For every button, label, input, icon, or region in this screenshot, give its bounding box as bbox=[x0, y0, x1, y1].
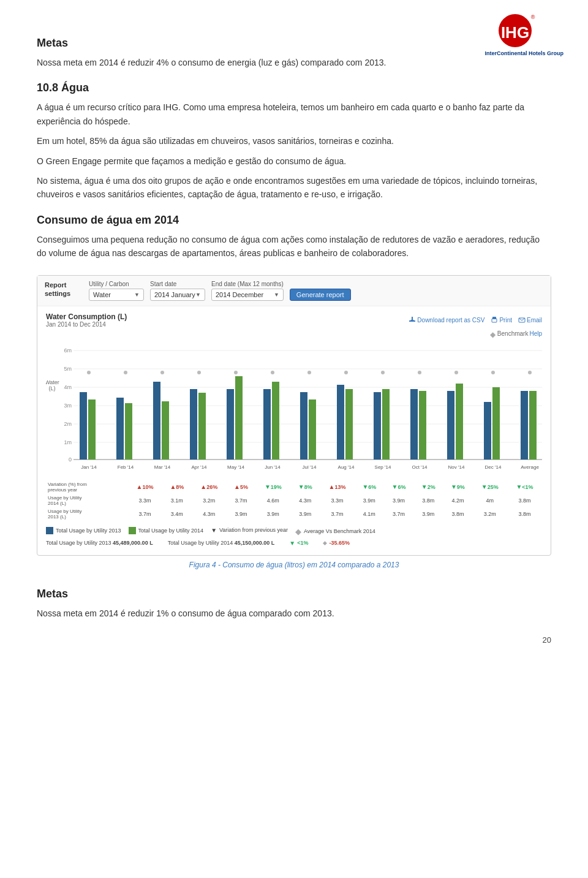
chart-title: Water Consumption (L) bbox=[46, 312, 127, 321]
svg-text:(L): (L) bbox=[49, 385, 56, 392]
benchmark-dot-jan bbox=[87, 371, 91, 374]
svg-text:Jun '14: Jun '14 bbox=[265, 464, 281, 470]
svg-text:®: ® bbox=[531, 14, 535, 20]
var-may: ▼19% bbox=[256, 480, 291, 494]
bar-2013-oct bbox=[410, 389, 418, 460]
metas-top-heading: Metas bbox=[37, 37, 551, 50]
bar-2013-apr bbox=[190, 389, 197, 460]
svg-text:4m: 4m bbox=[64, 384, 72, 390]
agua-intro: A água é um recurso crítico para IHG. Co… bbox=[37, 100, 551, 128]
ihg-logo: IHG ® bbox=[484, 14, 546, 48]
consumo-paragraph: Conseguimos uma pequena redução no consu… bbox=[37, 233, 551, 260]
var-mar: ▲26% bbox=[192, 480, 227, 494]
u13-apr: 3.9m bbox=[226, 507, 255, 521]
u13-jul: 3.7m bbox=[320, 507, 355, 521]
avg-benchmark-result: ◆ -35.65% bbox=[323, 540, 350, 547]
bar-2014-jan bbox=[88, 399, 96, 460]
u14-oct: 3.8m bbox=[413, 494, 443, 507]
svg-text:Jul '14: Jul '14 bbox=[303, 464, 317, 470]
bar-2014-nov bbox=[456, 384, 463, 460]
total-2013: Total Usage by Utility 2013 45,489,000.0… bbox=[46, 540, 153, 547]
bar-2013-aug bbox=[337, 385, 344, 460]
bar-2014-oct bbox=[419, 391, 426, 460]
legend-area: Total Usage by Utility 2013 Total Usage … bbox=[46, 527, 542, 536]
u14-avg: 3.8m bbox=[507, 494, 542, 507]
bar-2014-avg bbox=[529, 391, 537, 460]
end-date-value: 2014 December bbox=[216, 291, 263, 298]
metas-bottom-heading: Metas bbox=[37, 588, 551, 600]
u14-mar: 3.2m bbox=[192, 494, 227, 507]
arrow-down-dec: ▼ bbox=[481, 483, 488, 490]
bar-2014-dec bbox=[492, 387, 500, 460]
bar-chart-svg: Water (L) 6m 5m 4m 3m 2m 1m 0 bbox=[46, 341, 542, 476]
u13-feb: 3.4m bbox=[162, 507, 192, 521]
bar-2014-may bbox=[235, 376, 243, 460]
svg-text:Oct '14: Oct '14 bbox=[412, 464, 428, 470]
bar-2013-jan bbox=[80, 392, 87, 460]
var-oct: ▼2% bbox=[413, 480, 443, 494]
svg-text:Water: Water bbox=[46, 379, 59, 385]
benchmark-dot-aug bbox=[344, 371, 348, 374]
u13-oct: 3.9m bbox=[413, 507, 443, 521]
u14-dec: 4m bbox=[472, 494, 507, 507]
u13-mar: 4.3m bbox=[192, 507, 227, 521]
bar-2013-may bbox=[227, 389, 234, 460]
benchmark-label: Benchmark bbox=[497, 330, 529, 339]
u13-jun: 3.9m bbox=[290, 507, 320, 521]
arrow-up-mar: ▲ bbox=[200, 483, 206, 490]
var-avg: ▼<1% bbox=[507, 480, 542, 494]
bar-2013-sep bbox=[374, 392, 381, 460]
benchmark-dot-apr bbox=[197, 371, 201, 374]
svg-text:Mar '14: Mar '14 bbox=[154, 464, 171, 470]
email-label: Email bbox=[527, 317, 542, 324]
u14-apr: 3.7m bbox=[226, 494, 255, 507]
print-link[interactable]: Print bbox=[491, 316, 512, 324]
var-arrow-icon: ▼ bbox=[289, 540, 295, 547]
section-agua: 10.8 Água A água é um recurso crítico pa… bbox=[37, 81, 551, 201]
benchmark-dot-nov bbox=[454, 371, 458, 374]
svg-text:3m: 3m bbox=[64, 403, 72, 409]
svg-rect-5 bbox=[412, 317, 413, 320]
agua-p2: Em um hotel, 85% da água são utilizadas … bbox=[37, 134, 551, 148]
svg-text:IHG: IHG bbox=[501, 23, 529, 42]
start-date-label: Start date bbox=[150, 281, 205, 287]
u14-aug: 3.9m bbox=[355, 494, 384, 507]
svg-text:Average: Average bbox=[521, 464, 539, 470]
start-date-value: 2014 January bbox=[154, 291, 195, 298]
chart-subtitle: Jan 2014 to Dec 2014 bbox=[46, 321, 127, 328]
section-metas-bottom: Metas Nossa meta em 2014 é reduzir 1% o … bbox=[37, 588, 551, 620]
start-date-control: Start date 2014 January ▼ bbox=[150, 281, 205, 301]
svg-text:May '14: May '14 bbox=[227, 464, 244, 470]
benchmark-dot-mar bbox=[160, 371, 164, 374]
generate-report-button[interactable]: Generate report bbox=[290, 289, 351, 301]
logo-box: IHG ® bbox=[484, 12, 546, 49]
svg-text:Jan '14: Jan '14 bbox=[81, 464, 97, 470]
end-date-select[interactable]: 2014 December ▼ bbox=[211, 289, 284, 301]
section-consumo: Consumo de água em 2014 Conseguimos uma … bbox=[37, 214, 551, 260]
legend-2014-box bbox=[129, 527, 136, 534]
benchmark-dot-sep bbox=[381, 371, 385, 374]
utility-control: Utility / Carbon Water ▼ bbox=[89, 281, 144, 301]
u13-aug: 4.1m bbox=[355, 507, 384, 521]
bar-2013-nov bbox=[447, 391, 454, 460]
bar-2014-jun bbox=[272, 382, 279, 460]
avg-benchmark-label: Average Vs Benchmark 2014 bbox=[304, 528, 375, 534]
email-link[interactable]: Email bbox=[518, 316, 542, 324]
metas-bottom-paragraph: Nossa meta em 2014 é reduzir 1% o consum… bbox=[37, 607, 551, 620]
utility-select[interactable]: Water ▼ bbox=[89, 289, 144, 301]
usage-2014-row: Usage by Utility2014 (L) 3.3m 3.1m 3.2m … bbox=[46, 494, 542, 507]
u13-jan: 3.7m bbox=[127, 507, 162, 521]
bar-2013-mar bbox=[153, 382, 160, 460]
help-link[interactable]: Help bbox=[529, 330, 542, 339]
svg-text:Sep '14: Sep '14 bbox=[375, 464, 391, 470]
svg-rect-7 bbox=[492, 317, 496, 319]
var-sep: ▼6% bbox=[384, 480, 413, 494]
download-label: Download report as CSV bbox=[417, 317, 484, 324]
benchmark-row: ◆ Benchmark Help bbox=[46, 330, 542, 339]
start-date-select[interactable]: 2014 January ▼ bbox=[150, 289, 205, 301]
chart-actions: Download report as CSV Print Email bbox=[409, 316, 542, 324]
download-csv-link[interactable]: Download report as CSV bbox=[409, 316, 484, 324]
svg-text:5m: 5m bbox=[64, 366, 72, 372]
arrow-down-aug: ▼ bbox=[362, 483, 368, 490]
arrow-up-feb: ▲ bbox=[170, 483, 176, 490]
